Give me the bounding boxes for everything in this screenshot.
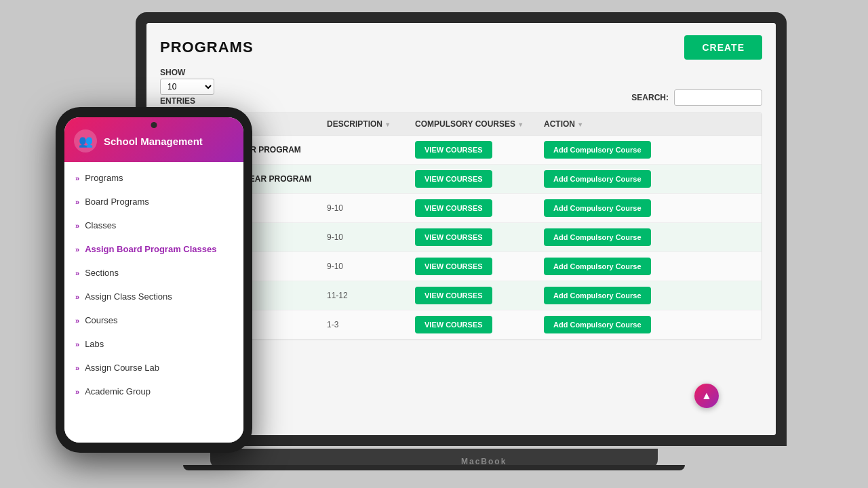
nav-arrow: » — [75, 364, 79, 372]
page-title: PROGRAMS — [160, 39, 254, 56]
nav-arrow: » — [75, 245, 79, 253]
nav-item[interactable]: » Assign Board Program Classes — [64, 237, 243, 261]
nav-arrow: » — [75, 317, 79, 325]
nav-item[interactable]: » Sections — [64, 261, 243, 285]
nav-arrow: » — [75, 222, 79, 230]
nav-label: Programs — [85, 173, 123, 183]
add-compulsory-button[interactable]: Add Compulsory Course — [544, 287, 651, 304]
nav-label: Classes — [85, 220, 116, 230]
view-courses-button[interactable]: VIEW COURSES — [415, 141, 492, 159]
view-courses-button[interactable]: VIEW COURSES — [415, 287, 492, 304]
show-select[interactable]: 10 25 50 — [160, 79, 214, 95]
nav-item[interactable]: » Assign Class Sections — [64, 285, 243, 308]
view-courses-button[interactable]: VIEW COURSES — [415, 258, 492, 275]
scroll-top-button[interactable]: ▲ — [694, 384, 719, 408]
col-compulsory[interactable]: COMPULSORY COURSES ▼ — [408, 113, 537, 136]
cell-view-courses: VIEW COURSES — [408, 165, 537, 194]
phone-camera — [151, 122, 157, 128]
nav-item[interactable]: » Classes — [64, 214, 243, 237]
scroll-top-icon: ▲ — [701, 390, 712, 402]
view-courses-button[interactable]: VIEW COURSES — [415, 228, 492, 246]
sort-arrow-comp: ▼ — [517, 121, 524, 128]
cell-description: 9-10 — [320, 223, 408, 252]
cell-action: Add Compulsory Course — [537, 252, 762, 281]
cell-description: 9-10 — [320, 194, 408, 223]
cell-view-courses: VIEW COURSES — [408, 223, 537, 252]
add-compulsory-button[interactable]: Add Compulsory Course — [544, 199, 651, 217]
sort-arrow-action: ▼ — [577, 121, 583, 128]
nav-label: Academic Group — [85, 386, 151, 396]
add-compulsory-button[interactable]: Add Compulsory Course — [544, 316, 651, 333]
sort-arrow-desc: ▼ — [384, 121, 391, 128]
nav-item[interactable]: » Labs — [64, 332, 243, 356]
add-compulsory-button[interactable]: Add Compulsory Course — [544, 170, 651, 188]
cell-action: Add Compulsory Course — [537, 165, 762, 194]
nav-item[interactable]: » Assign Course Lab — [64, 356, 243, 380]
cell-view-courses: VIEW COURSES — [408, 281, 537, 310]
phone-header-icon: 👥 — [74, 129, 97, 152]
view-courses-button[interactable]: VIEW COURSES — [415, 170, 492, 188]
cell-description: 11-12 — [320, 281, 408, 310]
add-compulsory-button[interactable]: Add Compulsory Course — [544, 258, 651, 275]
col-description[interactable]: DESCRIPTION ▼ — [320, 113, 408, 136]
cell-description — [320, 136, 408, 165]
phone-shell: 👥 School Management » Programs » Board P… — [56, 107, 252, 453]
cell-action: Add Compulsory Course — [537, 310, 762, 340]
show-label: SHOW — [160, 68, 214, 77]
page-header: PROGRAMS CREATE — [160, 35, 762, 60]
cell-view-courses: VIEW COURSES — [408, 136, 537, 165]
nav-item[interactable]: » Programs — [64, 166, 243, 190]
view-courses-button[interactable]: VIEW COURSES — [415, 316, 492, 333]
cell-action: Add Compulsory Course — [537, 136, 762, 165]
entries-label: ENTRIES — [160, 96, 214, 106]
nav-arrow: » — [75, 340, 79, 348]
nav-arrow: » — [75, 269, 79, 277]
nav-label: Assign Course Lab — [85, 363, 159, 373]
cell-description: 1-3 — [320, 310, 408, 340]
nav-arrow: » — [75, 174, 79, 182]
col-action[interactable]: ACTION ▼ — [537, 113, 762, 136]
nav-label: Assign Board Program Classes — [85, 244, 216, 254]
add-compulsory-button[interactable]: Add Compulsory Course — [544, 141, 651, 159]
cell-view-courses: VIEW COURSES — [408, 194, 537, 223]
nav-arrow: » — [75, 198, 79, 206]
view-courses-button[interactable]: VIEW COURSES — [415, 199, 492, 217]
cell-action: Add Compulsory Course — [537, 223, 762, 252]
cell-description: 9-10 — [320, 252, 408, 281]
nav-arrow: » — [75, 293, 79, 301]
nav-label: Board Programs — [85, 197, 149, 207]
nav-label: Courses — [85, 315, 117, 325]
create-button[interactable]: CREATE — [684, 35, 762, 60]
phone-nav: » Programs » Board Programs » Classes » … — [64, 162, 243, 443]
cell-action: Add Compulsory Course — [537, 194, 762, 223]
search-label: SEARCH: — [631, 93, 669, 102]
nav-arrow: » — [75, 388, 79, 396]
nav-label: Assign Class Sections — [85, 291, 172, 302]
add-compulsory-button[interactable]: Add Compulsory Course — [544, 228, 651, 246]
cell-view-courses: VIEW COURSES — [408, 310, 537, 340]
search-input[interactable] — [674, 89, 762, 106]
cell-description — [320, 165, 408, 194]
phone-header-title: School Management — [104, 136, 203, 147]
phone-screen: 👥 School Management » Programs » Board P… — [64, 117, 243, 443]
cell-action: Add Compulsory Course — [537, 281, 762, 310]
laptop-brand: MacBook — [461, 457, 507, 466]
nav-item[interactable]: » Courses — [64, 308, 243, 332]
nav-label: Labs — [85, 339, 104, 349]
nav-item[interactable]: » Academic Group — [64, 380, 243, 403]
nav-label: Sections — [85, 268, 119, 278]
nav-item[interactable]: » Board Programs — [64, 190, 243, 214]
cell-view-courses: VIEW COURSES — [408, 252, 537, 281]
